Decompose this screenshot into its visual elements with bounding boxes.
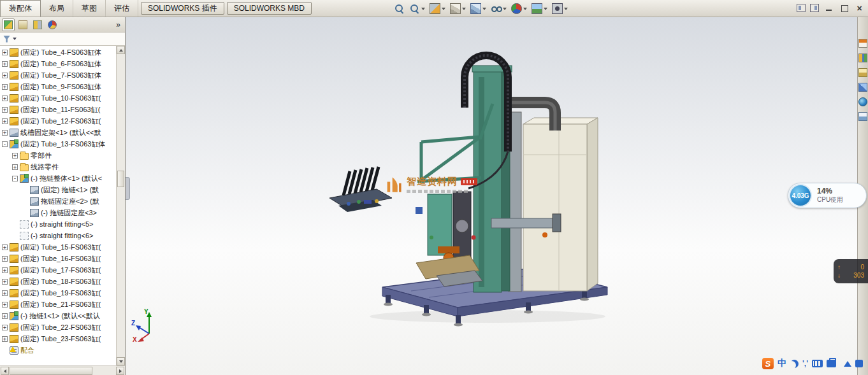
scroll-up-button[interactable] — [117, 46, 125, 54]
tree-expander[interactable]: + — [2, 61, 8, 67]
tree-item[interactable]: + (固定) Tube_22-FS063缸( — [0, 322, 116, 333]
tree-expander[interactable]: + — [2, 313, 8, 319]
tree-item[interactable]: 拖链固定座<2> (默 — [0, 195, 116, 207]
view-settings-icon[interactable] — [551, 3, 569, 15]
tree-item[interactable]: + (-) 拖链1<1> (默认<<默认 — [0, 310, 116, 322]
ime-punctuation-icon[interactable]: ',' — [802, 359, 808, 368]
tree-expander[interactable]: + — [2, 336, 8, 342]
zoom-fit-icon[interactable] — [393, 3, 406, 15]
tree-item[interactable]: + (固定) Tube_16-FS063缸( — [0, 253, 116, 264]
ime-toolbox-icon[interactable] — [827, 360, 836, 367]
command-tab[interactable]: SOLIDWORKS 插件 — [141, 2, 224, 15]
propertymanager-tab[interactable] — [17, 18, 29, 31]
command-tab[interactable]: 草图 — [73, 0, 106, 17]
task-pane-home-icon[interactable] — [858, 39, 867, 48]
network-speed-widget[interactable]: ↑ 0 ↓ 303 — [834, 259, 868, 283]
tree-item[interactable]: + (固定) Tube_10-FS063缸( — [0, 92, 116, 104]
ime-moon-icon[interactable] — [790, 360, 799, 368]
tree-expander[interactable]: + — [2, 302, 8, 308]
tree-expander[interactable]: + — [2, 325, 8, 330]
tree-expander[interactable]: + — [2, 267, 8, 273]
tree-vertical-scrollbar[interactable] — [116, 46, 125, 365]
tree-item[interactable]: + 线路零件 — [0, 161, 116, 173]
design-library-icon[interactable] — [858, 53, 867, 62]
featuremanager-tab[interactable] — [2, 18, 15, 31]
tree-expander[interactable]: + — [2, 73, 8, 78]
tree-expander[interactable]: + — [2, 50, 8, 55]
displaymanager-tab[interactable] — [46, 18, 59, 31]
view-orientation-icon[interactable] — [449, 3, 467, 15]
scroll-down-button[interactable] — [117, 357, 125, 365]
command-tab[interactable]: 布局 — [41, 0, 73, 17]
scrollbar-thumb[interactable] — [117, 171, 124, 187]
tree-expander[interactable]: + — [2, 279, 8, 285]
panel-overflow-chevron[interactable]: » — [116, 20, 123, 29]
sogou-logo-icon[interactable]: S — [762, 358, 774, 369]
display-style-icon[interactable] — [469, 3, 488, 15]
tree-expander[interactable]: + — [2, 107, 8, 113]
zoom-area-icon[interactable] — [408, 3, 426, 15]
tree-expander[interactable]: + — [2, 84, 8, 90]
tree-item[interactable]: + (固定) Tube_7-FS063缸体 — [0, 69, 116, 81]
tree-item[interactable]: (-) 拖链固定座<3> — [0, 207, 116, 218]
tree-item[interactable]: + (固定) Tube_21-FS063缸( — [0, 299, 116, 310]
configurationmanager-tab[interactable] — [31, 18, 44, 31]
tree-expander[interactable]: + — [2, 130, 8, 136]
tree-expander[interactable]: - — [12, 176, 18, 181]
tree-expander[interactable]: - — [2, 141, 8, 147]
tree-item[interactable]: + 线槽固定架<1> (默认<<默 — [0, 127, 116, 138]
appearances-icon[interactable] — [858, 97, 867, 106]
tree-item[interactable]: + (固定) Tube_4-FS063缸体 — [0, 46, 116, 58]
tree-item[interactable]: + (固定) Tube_17-FS063缸( — [0, 264, 116, 276]
tree-item[interactable]: 配合 — [0, 344, 116, 356]
collapse-left-pane-button[interactable] — [797, 4, 806, 12]
command-tab[interactable]: SOLIDWORKS MBD — [227, 2, 312, 15]
tree-item[interactable]: + (固定) Tube_18-FS063缸( — [0, 276, 116, 287]
feature-tree-filter-bar[interactable] — [0, 32, 125, 46]
tree-expander[interactable]: + — [2, 290, 8, 296]
collapse-right-pane-button[interactable] — [810, 4, 819, 12]
tree-expander[interactable]: + — [2, 256, 8, 262]
tree-horizontal-scrollbar[interactable] — [0, 365, 125, 375]
tree-expander[interactable]: + — [2, 96, 8, 101]
tree-expander[interactable]: + — [12, 164, 18, 170]
edit-appearance-icon[interactable] — [510, 3, 528, 15]
scrollbar-thumb[interactable] — [10, 367, 92, 375]
command-tab[interactable]: 评估 — [106, 0, 138, 17]
tree-item[interactable]: + (固定) Tube_12-FS063缸( — [0, 115, 116, 127]
tree-item[interactable]: + (固定) Tube_9-FS063缸体 — [0, 81, 116, 92]
filter-dropdown-arrow-icon[interactable] — [13, 38, 17, 40]
tray-show-hidden-icons-button[interactable] — [844, 361, 851, 367]
tree-item[interactable]: - (固定) Tube_13-FS063缸体 — [0, 138, 116, 150]
scroll-left-button[interactable] — [1, 367, 9, 375]
tree-item[interactable]: (-) straight fitting<6> — [0, 230, 116, 241]
scroll-right-button[interactable] — [116, 367, 124, 375]
minimize-button[interactable] — [823, 3, 834, 13]
tree-expander[interactable]: + — [2, 244, 8, 250]
apply-scene-icon[interactable] — [530, 3, 549, 15]
tree-item[interactable]: (固定) 拖链<1> (默 — [0, 184, 116, 195]
tree-expander[interactable]: + — [2, 118, 8, 124]
tree-expander[interactable]: + — [12, 153, 18, 159]
ime-mode-indicator[interactable]: 中 — [778, 358, 786, 369]
panel-splitter-handle[interactable] — [126, 177, 130, 200]
tree-item[interactable]: - (-) 拖链整体<1> (默认< — [0, 173, 116, 184]
tree-item[interactable]: + (固定) Tube_11-FS063缸( — [0, 104, 116, 115]
file-explorer-icon[interactable] — [858, 68, 867, 77]
tray-square-icon[interactable] — [855, 360, 863, 367]
close-button[interactable]: × — [854, 3, 865, 13]
cpu-usage-widget[interactable]: 4.03G 14% CPU使用 — [788, 183, 867, 208]
tree-item[interactable]: + 零部件 — [0, 150, 116, 161]
custom-properties-icon[interactable] — [858, 112, 867, 121]
command-tab[interactable]: 装配体 — [0, 0, 41, 17]
hide-show-items-icon[interactable] — [489, 3, 508, 15]
tree-item[interactable]: + (固定) Tube_6-FS063缸体 — [0, 58, 116, 69]
tree-item[interactable]: + (固定) Tube_19-FS063缸( — [0, 287, 116, 299]
section-view-icon[interactable] — [428, 3, 447, 15]
tree-item[interactable]: + (固定) Tube_23-FS063缸( — [0, 333, 116, 344]
ime-keyboard-icon[interactable] — [812, 360, 823, 367]
maximize-button[interactable] — [839, 3, 850, 13]
tree-item[interactable]: (-) straight fitting<5> — [0, 218, 116, 230]
tree-item[interactable]: + (固定) Tube_15-FS063缸( — [0, 241, 116, 253]
view-palette-icon[interactable] — [858, 83, 867, 92]
